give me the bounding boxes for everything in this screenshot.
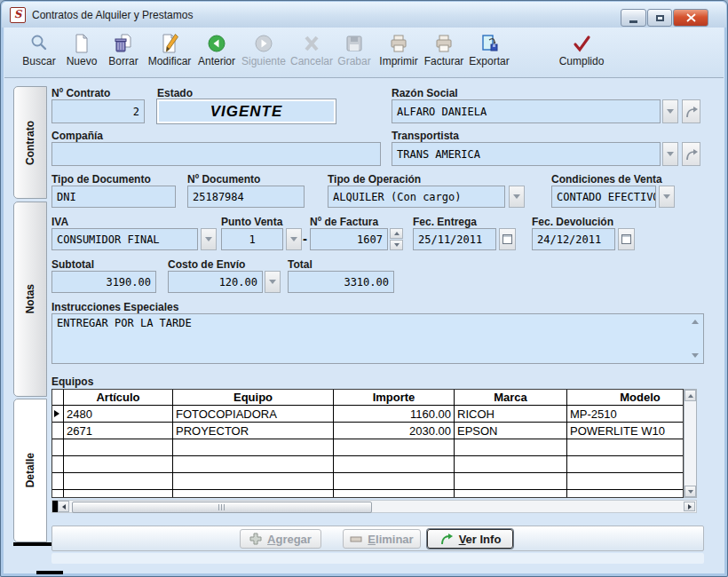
punto-venta-field[interactable]: 1: [221, 228, 283, 250]
siguiente-button[interactable]: Siguiente: [239, 31, 289, 72]
right-arrow-icon: [688, 504, 692, 510]
col-marca[interactable]: Marca: [455, 390, 567, 406]
total-field[interactable]: 3310.00: [288, 271, 394, 293]
scroll-up-button[interactable]: [684, 390, 696, 401]
table-row-empty[interactable]: [52, 439, 684, 456]
razon-social-goto-button[interactable]: [682, 99, 700, 123]
col-articulo[interactable]: Artículo: [64, 390, 173, 406]
minimize-button[interactable]: [621, 9, 646, 27]
tipo-operacion-field[interactable]: ALQUILER (Con cargo): [328, 186, 505, 208]
up-arrow-icon: [394, 232, 400, 235]
nro-contrato-field[interactable]: 2: [51, 99, 145, 123]
col-modelo[interactable]: Modelo: [567, 390, 684, 406]
estado-field: VIGENTE: [156, 99, 336, 124]
fec-entrega-field[interactable]: 25/11/2011: [413, 228, 496, 250]
iva-field[interactable]: CONSUMIDOR FINAL: [51, 228, 198, 250]
razon-social-dropdown[interactable]: [662, 99, 678, 123]
scroll-left-button[interactable]: [58, 501, 69, 512]
compania-label: Compañía: [51, 130, 103, 142]
tipo-documento-field[interactable]: DNI: [51, 186, 176, 208]
nro-factura-label: Nº de Factura: [310, 216, 378, 228]
transportista-dropdown[interactable]: [662, 142, 678, 166]
exportar-button[interactable]: Exportar: [466, 31, 512, 72]
ver-info-button[interactable]: Ver Info: [427, 529, 513, 549]
imprimir-button[interactable]: Imprimir: [376, 31, 422, 72]
edit-icon: [159, 31, 180, 55]
equipos-label: Equipos: [51, 375, 93, 388]
nro-contrato-label: Nº Contrato: [51, 87, 110, 99]
subtotal-field[interactable]: 3190.00: [51, 271, 156, 293]
table-row[interactable]: 2480 FOTOCOPIADORA 1160.00 RICOH MP-2510: [52, 406, 684, 423]
modificar-button[interactable]: Modificar: [145, 31, 194, 72]
costo-envio-field[interactable]: 120.00: [168, 271, 263, 293]
cancel-icon: [301, 31, 322, 55]
col-equipo[interactable]: Equipo: [173, 390, 334, 406]
table-row-empty[interactable]: [52, 456, 684, 473]
chevron-down-icon: [667, 152, 674, 156]
toolbar: Buscar Nuevo Borrar Modificar Anterior S…: [4, 28, 724, 78]
condiciones-venta-field[interactable]: CONTADO EFECTIVO: [551, 186, 656, 208]
cumplido-button[interactable]: Cumplido: [555, 31, 608, 72]
maximize-icon: [656, 15, 664, 21]
row-marker-cell: [52, 406, 64, 423]
nro-factura-spinner: [390, 228, 403, 251]
cancelar-button[interactable]: Cancelar: [289, 31, 335, 72]
eliminar-button[interactable]: Eliminar: [343, 529, 421, 549]
fec-entrega-calendar-button[interactable]: [499, 228, 516, 250]
table-vertical-scrollbar[interactable]: [684, 389, 697, 498]
table-row[interactable]: 2671 PROYECTOR 2030.00 EPSON POWERLITE W…: [52, 423, 684, 439]
punto-venta-dropdown[interactable]: [286, 228, 302, 250]
estado-label: Estado: [157, 87, 193, 99]
instrucciones-text: ENTREGAR POR LA TARDE: [57, 317, 192, 329]
costo-envio-dropdown[interactable]: [265, 271, 281, 293]
grabar-button[interactable]: Grabar: [335, 31, 374, 72]
spinner-down-button[interactable]: [390, 240, 403, 250]
chevron-down-icon: [667, 109, 674, 114]
transportista-field[interactable]: TRANS AMERICA: [392, 142, 661, 166]
title-bar: S Contratos de Alquiler y Prestamos: [2, 2, 726, 28]
table-row-empty[interactable]: [52, 490, 684, 499]
scroll-right-button[interactable]: [684, 502, 695, 511]
maximize-button[interactable]: [647, 9, 672, 27]
condiciones-venta-dropdown[interactable]: [659, 186, 675, 208]
scrollbar-thumb[interactable]: [72, 502, 372, 513]
nro-documento-field[interactable]: 25187984: [187, 186, 305, 208]
borrar-button[interactable]: Borrar: [102, 31, 145, 72]
chevron-down-icon: [663, 194, 670, 199]
table-row-empty[interactable]: [52, 473, 684, 490]
transportista-goto-button[interactable]: [682, 142, 700, 166]
nro-factura-field[interactable]: 1607: [310, 228, 388, 250]
tipo-operacion-label: Tipo de Operación: [328, 173, 421, 186]
equipos-table: Artículo Equipo Importe Marca Modelo 248…: [51, 389, 684, 498]
tab-detalle[interactable]: Detalle: [13, 399, 47, 542]
compania-field[interactable]: [51, 142, 381, 166]
col-importe[interactable]: Importe: [334, 390, 455, 406]
instrucciones-label: Instrucciones Especiales: [51, 301, 178, 313]
fec-devolucion-calendar-button[interactable]: [618, 228, 635, 250]
bottom-band: [51, 553, 704, 564]
razon-social-field[interactable]: ALFARO DANIELA: [392, 99, 661, 123]
agregar-button[interactable]: Agregar: [240, 529, 321, 549]
tab-contrato[interactable]: Contrato: [13, 86, 47, 199]
tab-notas[interactable]: Notas: [13, 202, 47, 397]
goto-arrow-icon: [439, 533, 454, 545]
razon-social-label: Razón Social: [392, 87, 458, 99]
table-horizontal-scrollbar[interactable]: [51, 500, 697, 513]
costo-envio-label: Costo de Envío: [168, 258, 245, 271]
facturar-button[interactable]: Facturar: [422, 31, 466, 72]
scroll-up-icon[interactable]: [692, 320, 699, 324]
instrucciones-field[interactable]: ENTREGAR POR LA TARDE: [51, 313, 704, 364]
fec-devolucion-field[interactable]: 24/12/2011: [532, 228, 615, 250]
chevron-down-icon: [205, 237, 212, 241]
nuevo-button[interactable]: Nuevo: [61, 31, 102, 72]
search-icon: [28, 31, 50, 55]
scroll-down-icon[interactable]: [692, 353, 699, 358]
iva-dropdown[interactable]: [201, 228, 217, 250]
scroll-down-button[interactable]: [684, 486, 696, 497]
spinner-up-button[interactable]: [390, 228, 403, 239]
anterior-button[interactable]: Anterior: [194, 31, 239, 72]
buscar-button[interactable]: Buscar: [17, 31, 61, 72]
export-icon: [479, 31, 500, 55]
close-button[interactable]: [673, 9, 708, 27]
tipo-operacion-dropdown[interactable]: [509, 186, 525, 208]
